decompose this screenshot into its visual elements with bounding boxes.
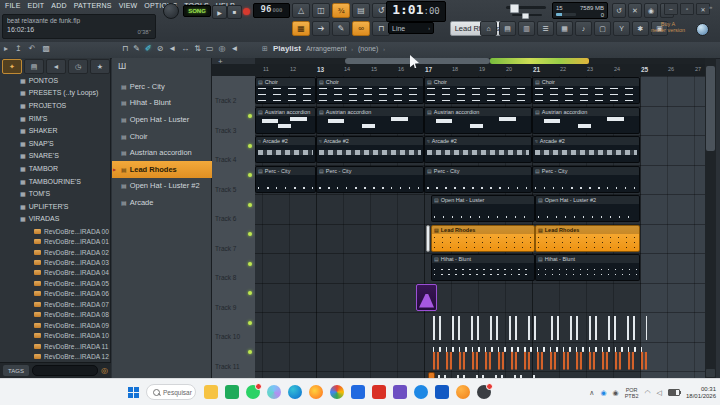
tab-plugins[interactable]: ✦ (2, 59, 22, 74)
blue-app-icon[interactable] (351, 385, 365, 399)
sync-icon[interactable]: ↺ (612, 3, 626, 18)
playlist-clip[interactable]: ▤Open Hat - Luster #2 (535, 195, 640, 222)
playlist-clip[interactable]: ≈Arcade #2 (255, 136, 316, 163)
master-pitch-slider[interactable] (512, 14, 542, 16)
playlist-clip[interactable]: ▤Perc - City (532, 166, 640, 193)
export-icon[interactable]: ↥ (15, 44, 22, 53)
taskbar-clock[interactable]: 00:31 18/01/2026 (686, 386, 716, 400)
tray-chevron-icon[interactable]: ∧ (589, 389, 594, 397)
pattern-item[interactable]: ▤Austrian accordion (112, 144, 212, 161)
playlist-clip[interactable] (416, 284, 437, 311)
purple-app-icon[interactable] (393, 385, 407, 399)
browser-folder[interactable]: ▦SHAKER (0, 124, 111, 137)
blend-notes-icon[interactable]: ▤ (352, 3, 370, 18)
undo-icon[interactable]: ↶ (29, 44, 36, 53)
menu-item-file[interactable]: FILE (5, 2, 21, 9)
draw-icon[interactable]: ✎ (332, 21, 350, 36)
pattern-item[interactable]: ▤Perc - City (112, 78, 212, 95)
wait-input-icon[interactable]: ◫ (312, 3, 330, 18)
detach-window-icon[interactable]: ⊞ (262, 45, 268, 53)
browser-search-input[interactable] (32, 365, 98, 376)
track-name[interactable]: Track 7 (215, 245, 236, 252)
vertical-scrollbar[interactable] (705, 58, 716, 378)
track-enable-led[interactable] (248, 291, 252, 295)
copilot-icon[interactable] (267, 385, 281, 399)
snap-selector[interactable]: Line › (388, 22, 434, 34)
master-volume-slider[interactable] (506, 6, 546, 9)
track-enable-led[interactable] (248, 144, 252, 148)
red-app-icon[interactable] (372, 385, 386, 399)
plugin-picker-icon[interactable]: Y (613, 21, 630, 36)
detach-icon[interactable]: ▸ (4, 44, 8, 53)
channel-rack-icon[interactable]: ☰ (537, 21, 554, 36)
playlist-clip[interactable]: ▤Choir (316, 77, 424, 104)
track-name[interactable]: Track 2 (215, 97, 236, 104)
minimize-button[interactable]: – (664, 3, 678, 15)
taskbar-search[interactable]: Pesquisar (146, 384, 196, 400)
volume-icon[interactable]: ◁ (657, 389, 662, 397)
store-icon[interactable] (435, 385, 449, 399)
maximize-button[interactable]: ▫ (680, 3, 694, 15)
browser-folder[interactable]: ▦VIRADAS (0, 213, 111, 226)
browser-folder[interactable]: ▦UPLIFTER'S (0, 200, 111, 213)
browser-folder[interactable]: ▦TAMBOURINE'S (0, 175, 111, 188)
menu-item-edit[interactable]: EDIT (28, 2, 45, 9)
tray-app-icon[interactable]: ◉ (600, 389, 606, 397)
browser-search-icon[interactable]: ◎ (101, 366, 108, 375)
playlist-clip[interactable]: ≈Arcade #2 (424, 136, 532, 163)
playlist-clip[interactable]: ≈Arcade #2 (316, 136, 424, 163)
browser-folder[interactable]: ▦RIM'S (0, 112, 111, 125)
playlist-clip[interactable]: ▤Perc - City (424, 166, 532, 193)
playlist-clip[interactable]: ▤Hihat - Blunt (535, 254, 640, 281)
tab-files[interactable]: ▤ (24, 59, 44, 74)
playlist-clip[interactable]: ▤Austrian accordion (316, 107, 424, 134)
track-name[interactable]: Track 8 (215, 274, 236, 281)
mute-icon[interactable]: ◄ (168, 44, 176, 53)
language-indicator[interactable]: POR PTB2 (625, 387, 639, 399)
browser-folder[interactable]: ▦SNARE'S (0, 150, 111, 163)
wifi-icon[interactable]: ◠ (644, 389, 650, 397)
playlist-clip[interactable]: ▤Austrian accordion (255, 107, 316, 134)
arrangement-value[interactable]: (none) (358, 45, 378, 52)
cut-icon[interactable]: ✕ (628, 3, 642, 18)
playlist-clip[interactable]: ▤Open Hat - Luster (431, 195, 535, 222)
playlist-title[interactable]: Playlist (273, 44, 301, 53)
browser-file[interactable]: RevDoBre...IRADA 09 (0, 320, 111, 330)
browser-file[interactable]: RevDoBre...IRADA 06 (0, 289, 111, 299)
chrome-icon[interactable] (330, 385, 344, 399)
browser-folder[interactable]: ▦TOM'S (0, 187, 111, 200)
slice-icon[interactable]: ⇅ (194, 44, 201, 53)
fl-studio-icon[interactable] (456, 385, 470, 399)
update-notice[interactable]: Buy A newer version (646, 21, 690, 33)
pattern-picker-header-icon[interactable]: Ш (118, 61, 126, 71)
playlist-clip[interactable]: ▤Lead Rhodes (431, 225, 535, 252)
tab-recent[interactable]: ◷ (68, 59, 88, 74)
browser-folder[interactable]: ▦TAMBOR (0, 162, 111, 175)
metronome-icon[interactable]: △ (292, 3, 310, 18)
browser-file[interactable]: RevDoBre...IRADA 00 (0, 226, 111, 236)
record-button[interactable] (243, 8, 250, 15)
browser-file[interactable]: RevDoBre...IRADA 05 (0, 278, 111, 288)
playlist-clip[interactable]: ▤Austrian accordion (532, 107, 640, 134)
pencil-icon[interactable]: ✎ (133, 44, 140, 53)
playlist-clip[interactable]: ▤Perc - City (255, 166, 316, 193)
track-enable-led[interactable] (248, 232, 252, 236)
globe-icon[interactable] (696, 23, 709, 36)
menu-item-patterns[interactable]: PATTERNS (74, 2, 112, 9)
edge-icon[interactable] (288, 385, 302, 399)
mic-icon[interactable]: ◉ (644, 3, 658, 18)
tab-favorites[interactable]: ★ (90, 59, 110, 74)
browser-file[interactable]: RevDoBre...IRADA 11 (0, 341, 111, 351)
tab-current-project[interactable]: ◄ (46, 59, 66, 74)
blue-circle-app-icon[interactable] (414, 385, 428, 399)
green-app-icon[interactable] (225, 385, 239, 399)
playlist-clip[interactable]: ▤Austrian accordion (424, 107, 532, 134)
link-icon[interactable]: ∞ (352, 21, 370, 36)
scrollbar-corner-button[interactable] (706, 369, 715, 377)
delete-icon[interactable]: ⊘ (157, 44, 164, 53)
whatsapp-icon[interactable] (246, 385, 260, 399)
arrangement-label[interactable]: Arrangement (306, 45, 346, 52)
tempo-display[interactable]: 96 000 (253, 3, 290, 18)
punch-icon[interactable]: ➔ (312, 21, 330, 36)
preview-icon[interactable]: ◄ (231, 44, 239, 53)
